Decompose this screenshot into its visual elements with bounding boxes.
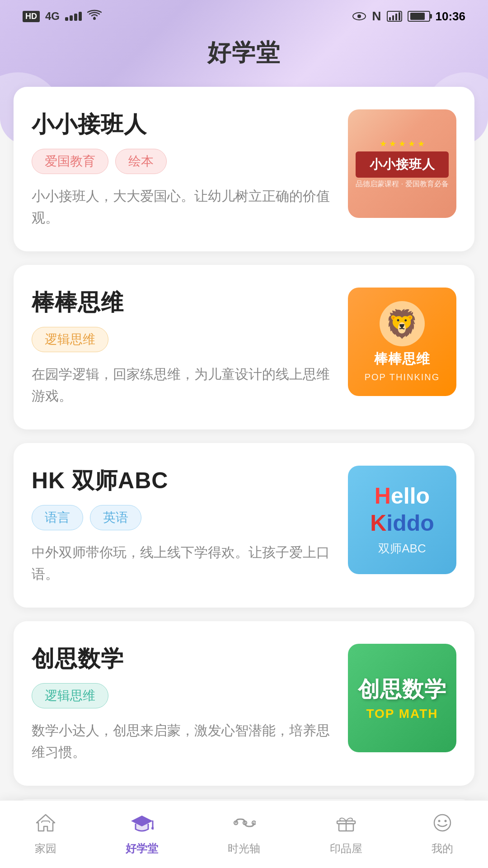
nav-item-home[interactable]: 家园 — [21, 808, 70, 860]
tags-row: 逻辑思维 — [32, 683, 334, 708]
graduation-cap-icon — [130, 813, 154, 838]
network-type: 4G — [45, 10, 60, 23]
svg-point-10 — [151, 827, 154, 830]
home-icon — [35, 813, 56, 838]
tag-english: 英语 — [90, 505, 141, 530]
course-card-hkabc[interactable]: HK 双师ABC 语言 英语 中外双师带你玩，线上线下学得欢。让孩子爱上口语。 … — [14, 443, 474, 608]
card-description: 数学小达人，创思来启蒙，激发心智潜能，培养思维习惯。 — [32, 720, 334, 763]
tag-logic: 逻辑思维 — [32, 327, 108, 352]
course-image-bangbang: 🦁 棒棒思维 POP THINKING — [348, 288, 456, 396]
svg-point-19 — [445, 820, 447, 822]
signal-strength — [65, 12, 82, 21]
lion-mascot: 🦁 — [380, 301, 425, 346]
card-description: 小小接班人，大大爱国心。让幼儿树立正确的价值观。 — [32, 185, 334, 229]
course-image-chuangsi: 创思数学 TOP MATH — [348, 644, 456, 752]
bottom-navigation: 家园 好学堂 时光轴 — [0, 800, 488, 868]
svg-point-18 — [438, 820, 441, 822]
tag-huiben: 绘本 — [115, 149, 167, 174]
course-card-chuangsi[interactable]: 创思数学 逻辑思维 数学小达人，创思来启蒙，激发心智潜能，培养思维习惯。 创思数… — [14, 621, 474, 786]
nav-label-timeline: 时光轴 — [228, 841, 260, 856]
svg-rect-4 — [389, 17, 391, 20]
tag-aiguo: 爱国教育 — [32, 149, 108, 174]
course-image-xiaoxiao: ★ ★ ★ ★ ★ 小小接班人 品德启蒙课程 · 爱国教育必备 — [348, 109, 456, 218]
wifi-icon — [87, 9, 102, 24]
course-card-bangbang[interactable]: 棒棒思维 逻辑思维 在园学逻辑，回家练思维，为儿童设计的线上思维游戏。 🦁 棒棒… — [14, 265, 474, 429]
svg-point-2 — [357, 14, 361, 18]
nav-item-study[interactable]: 好学堂 — [112, 808, 172, 860]
nav-item-shop[interactable]: 印品屋 — [316, 808, 376, 860]
svg-rect-6 — [395, 14, 397, 20]
status-left: HD 4G — [23, 9, 102, 24]
gift-icon — [335, 813, 357, 838]
card-title: 创思数学 — [32, 644, 334, 674]
svg-rect-7 — [399, 12, 400, 20]
nfc-icon: N — [372, 9, 381, 24]
timeline-icon — [232, 813, 256, 838]
svg-point-0 — [93, 17, 96, 20]
tags-row: 语言 英语 — [32, 505, 334, 530]
svg-point-17 — [434, 815, 450, 831]
battery-icon — [408, 11, 430, 22]
nav-label-study: 好学堂 — [126, 841, 158, 856]
tag-logic2: 逻辑思维 — [32, 683, 108, 708]
card-title: 小小接班人 — [32, 109, 334, 140]
tags-row: 逻辑思维 — [32, 327, 334, 352]
status-bar: HD 4G N — [0, 0, 488, 28]
card-description: 中外双师带你玩，线上线下学得欢。让孩子爱上口语。 — [32, 542, 334, 585]
nav-label-shop: 印品屋 — [330, 841, 362, 856]
card-content: 棒棒思维 逻辑思维 在园学逻辑，回家练思维，为儿童设计的线上思维游戏。 — [32, 288, 334, 407]
card-content: HK 双师ABC 语言 英语 中外双师带你玩，线上线下学得欢。让孩子爱上口语。 — [32, 466, 334, 585]
tags-row: 爱国教育 绘本 — [32, 149, 334, 174]
card-title: HK 双师ABC — [32, 466, 334, 496]
card-description: 在园学逻辑，回家练思维，为儿童设计的线上思维游戏。 — [32, 363, 334, 407]
course-list: 小小接班人 爱国教育 绘本 小小接班人，大大爱国心。让幼儿树立正确的价值观。 ★… — [0, 87, 488, 868]
card-content: 创思数学 逻辑思维 数学小达人，创思来启蒙，激发心智潜能，培养思维习惯。 — [32, 644, 334, 763]
course-card-xiaoxiao[interactable]: 小小接班人 爱国教育 绘本 小小接班人，大大爱国心。让幼儿树立正确的价值观。 ★… — [14, 87, 474, 251]
card-content: 小小接班人 爱国教育 绘本 小小接班人，大大爱国心。让幼儿树立正确的价值观。 — [32, 109, 334, 229]
signal-box-icon — [387, 11, 402, 22]
svg-rect-5 — [392, 15, 394, 20]
course-image-hkabc: Hello Kiddo 双师ABC — [348, 466, 456, 574]
smiley-icon — [432, 813, 453, 838]
status-right: N 10:36 — [352, 9, 465, 24]
card-title: 棒棒思维 — [32, 288, 334, 318]
page-title: 好学堂 — [0, 37, 488, 69]
tag-language: 语言 — [32, 505, 83, 530]
nav-item-mine[interactable]: 我的 — [418, 808, 467, 860]
nav-label-mine: 我的 — [432, 841, 453, 856]
eye-icon — [352, 11, 366, 22]
nav-item-timeline[interactable]: 时光轴 — [214, 808, 274, 860]
page-header: 好学堂 — [0, 28, 488, 96]
nav-label-home: 家园 — [35, 841, 56, 856]
time-display: 10:36 — [436, 9, 466, 24]
hd-badge: HD — [23, 11, 40, 22]
